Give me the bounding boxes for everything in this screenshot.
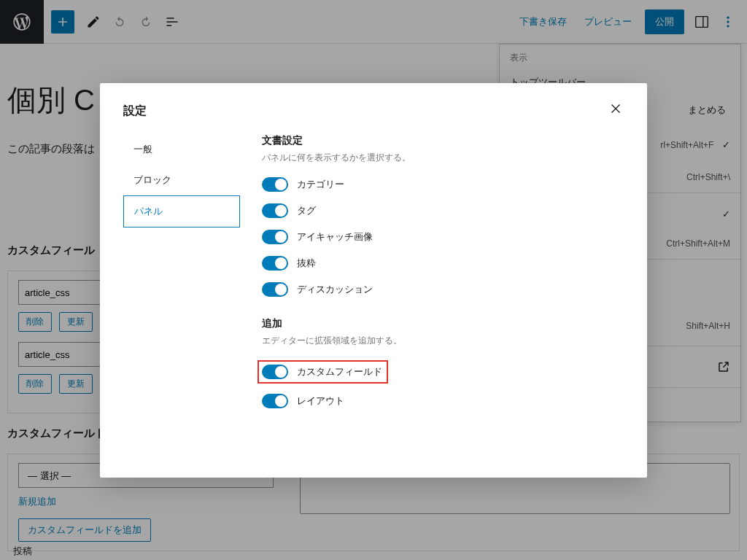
- modal-title: 設定: [123, 104, 147, 119]
- toggle-discussion[interactable]: ディスカッション: [262, 282, 624, 297]
- tab-block[interactable]: ブロック: [123, 165, 240, 195]
- toggle-featured-image[interactable]: アイキャッチ画像: [262, 230, 624, 244]
- highlight-custom-fields: カスタムフィールド: [258, 360, 388, 384]
- toggle-switch[interactable]: [262, 394, 288, 408]
- toggle-custom-fields[interactable]: カスタムフィールド: [262, 365, 382, 379]
- tab-panel[interactable]: パネル: [123, 195, 240, 228]
- toggle-layout[interactable]: レイアウト: [262, 394, 624, 408]
- additional-title: 追加: [262, 317, 624, 330]
- toggle-switch[interactable]: [262, 230, 288, 244]
- toggle-switch[interactable]: [262, 177, 288, 192]
- doc-settings-sub: パネルに何を表示するかを選択する。: [262, 152, 624, 164]
- toggle-excerpt[interactable]: 抜粋: [262, 256, 624, 271]
- toggle-switch[interactable]: [262, 203, 288, 218]
- doc-settings-title: 文書設定: [262, 134, 624, 147]
- preferences-modal: 設定 一般 ブロック パネル 文書設定 パネルに何を表示するかを選択する。 カテ…: [100, 83, 647, 478]
- modal-panel-content: 文書設定 パネルに何を表示するかを選択する。 カテゴリー タグ アイキャッチ画像…: [240, 134, 624, 460]
- close-icon: [608, 101, 624, 117]
- tab-general[interactable]: 一般: [123, 134, 240, 165]
- toggle-switch[interactable]: [262, 256, 288, 271]
- toggle-categories[interactable]: カテゴリー: [262, 177, 624, 192]
- modal-tabs: 一般 ブロック パネル: [123, 134, 240, 460]
- toggle-tags[interactable]: タグ: [262, 203, 624, 218]
- toggle-switch[interactable]: [262, 365, 288, 379]
- additional-sub: エディターに拡張領域を追加する。: [262, 335, 624, 347]
- modal-close-button[interactable]: [608, 101, 624, 121]
- toggle-switch[interactable]: [262, 282, 288, 297]
